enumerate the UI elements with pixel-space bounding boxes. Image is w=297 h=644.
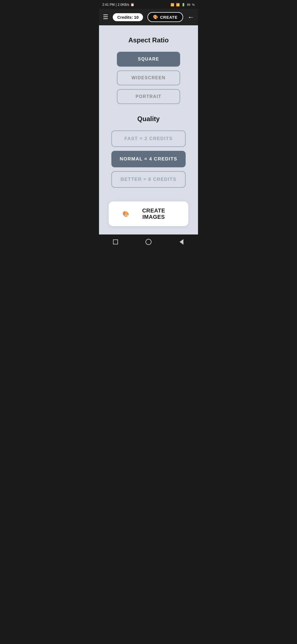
back-arrow-icon[interactable]: ←	[188, 13, 194, 21]
create-images-button[interactable]: 🎨 CREATE IMAGES	[109, 201, 188, 226]
main-content: Aspect Ratio SQUARE WIDESCREEN PORTRAIT …	[99, 25, 198, 234]
quality-section: Quality FAST = 2 CREDITS NORMAL = 4 CRED…	[106, 115, 191, 201]
triangle-nav-icon	[180, 239, 183, 245]
aspect-ratio-title: Aspect Ratio	[128, 36, 169, 44]
create-button[interactable]: 🎨 CREATE	[147, 12, 183, 22]
nav-square-button[interactable]	[110, 238, 121, 246]
network-speed: 2.0KB/s	[118, 3, 129, 7]
battery-icon: 🔋	[182, 3, 185, 7]
nav-home-button[interactable]	[143, 238, 154, 246]
time-label: 2:41 PM	[102, 3, 115, 7]
nav-back-button[interactable]	[176, 238, 187, 246]
quality-fast-button[interactable]: FAST = 2 CREDITS	[111, 130, 186, 147]
nav-bar	[99, 234, 198, 250]
alarm-icon: ⏰	[130, 3, 134, 7]
quality-normal-button[interactable]: NORMAL = 4 CREDITS	[111, 151, 186, 167]
aspect-ratio-portrait-button[interactable]: PORTRAIT	[117, 89, 180, 104]
status-left: 2:41 PM | 2.0KB/s ⏰	[102, 3, 134, 7]
status-bar: 2:41 PM | 2.0KB/s ⏰ 📶 📶 🔋 89%	[99, 0, 198, 9]
battery-percent: 89	[187, 3, 190, 6]
wifi-icon: 📶	[176, 3, 180, 7]
quality-title: Quality	[137, 115, 160, 123]
create-images-emoji: 🎨	[122, 211, 130, 217]
create-label: CREATE	[160, 15, 178, 20]
circle-nav-icon	[145, 239, 152, 245]
aspect-ratio-square-button[interactable]: SQUARE	[117, 52, 180, 67]
hamburger-menu-icon[interactable]: ☰	[103, 14, 108, 20]
separator: |	[116, 3, 117, 7]
aspect-ratio-widescreen-button[interactable]: WIDESCREEN	[117, 70, 180, 85]
create-emoji: 🎨	[153, 15, 158, 20]
quality-better-button[interactable]: BETTER = 6 CREDITS	[111, 171, 186, 188]
create-images-label: CREATE IMAGES	[133, 208, 175, 220]
square-nav-icon	[113, 239, 118, 244]
signal-icon: 📶	[170, 3, 174, 7]
quality-group: FAST = 2 CREDITS NORMAL = 4 CREDITS BETT…	[106, 130, 191, 188]
toolbar: ☰ Credits: 10 🎨 CREATE ←	[99, 9, 198, 25]
status-right: 📶 📶 🔋 89%	[170, 3, 195, 7]
credits-badge: Credits: 10	[113, 13, 143, 21]
aspect-ratio-group: SQUARE WIDESCREEN PORTRAIT	[106, 52, 191, 104]
